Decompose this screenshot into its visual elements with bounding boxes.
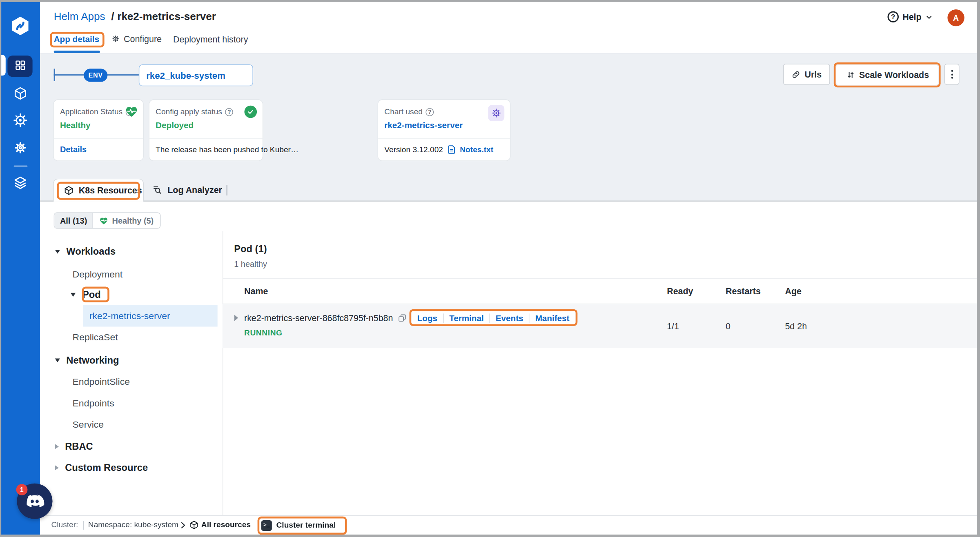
- chevron-down-icon: [925, 13, 933, 21]
- frame-top: [0, 0, 980, 2]
- filter-healthy[interactable]: Healthy (5): [94, 213, 160, 228]
- resource-tabbar-line: [40, 200, 977, 201]
- column-header-restarts: Restarts: [726, 279, 761, 304]
- frame-left: [0, 0, 1, 537]
- frame-right: [977, 0, 980, 537]
- question-icon[interactable]: ?: [225, 108, 233, 116]
- scale-arrows-icon: [845, 70, 855, 80]
- caret-down-icon: [71, 293, 76, 297]
- copy-icon[interactable]: [397, 313, 407, 323]
- expand-caret-icon[interactable]: [234, 315, 238, 321]
- kebab-icon: [951, 70, 953, 78]
- manifest-action[interactable]: Manifest: [529, 314, 575, 323]
- tab-k8s-resources[interactable]: K8s Resources: [53, 179, 144, 202]
- scale-workloads-button[interactable]: Scale Workloads: [836, 64, 938, 84]
- namespace-label[interactable]: Namespace: kube-system: [88, 520, 178, 529]
- resources-panel: [40, 201, 977, 515]
- grid-icon: [14, 59, 26, 73]
- sidebar-item-apps[interactable]: [7, 55, 32, 77]
- sidebar: [1, 2, 40, 535]
- tree-group-pod[interactable]: Pod: [71, 289, 101, 301]
- tree-group-networking[interactable]: Networking: [55, 355, 119, 366]
- config-status-value: Deployed: [156, 120, 194, 130]
- terminal-action[interactable]: Terminal: [443, 314, 490, 323]
- details-link[interactable]: Details: [60, 145, 87, 154]
- caret-right-icon: [55, 465, 59, 470]
- env-selector-value: rke2_kube-system: [139, 70, 225, 80]
- avatar[interactable]: A: [947, 9, 964, 26]
- table-row[interactable]: rke2-metrics-server-868fc8795f-n5b8n Log…: [223, 304, 977, 348]
- tree-item-endpoints[interactable]: Endpoints: [73, 398, 114, 408]
- helm-chart-icon[interactable]: [488, 105, 504, 121]
- caret-down-icon: [55, 250, 60, 253]
- env-badge: ENV: [84, 69, 107, 82]
- table-subtitle: 1 healthy: [234, 259, 267, 268]
- tree-item-endpointslice[interactable]: EndpointSlice: [73, 376, 130, 386]
- config-status-message: The release has been pushed to Kuber…: [156, 145, 298, 154]
- health-filter-group: All (13) Healthy (5): [54, 212, 160, 229]
- breadcrumb-separator: /: [108, 11, 118, 22]
- tree-group-workloads[interactable]: Workloads: [55, 246, 116, 257]
- tree-table-divider: [222, 231, 223, 515]
- caret-down-icon: [55, 359, 60, 362]
- tabbar-divider: [226, 185, 227, 195]
- tab-log-analyzer[interactable]: Log Analyzer: [152, 182, 222, 198]
- logs-action[interactable]: Logs: [412, 314, 443, 323]
- cube-icon: [64, 186, 74, 195]
- document-icon: [448, 145, 456, 154]
- devtron-logo[interactable]: [10, 16, 31, 36]
- cube-icon: [189, 520, 199, 530]
- discord-icon: [24, 493, 44, 509]
- gear-icon: [111, 34, 120, 43]
- chart-version: Version 3.12.002: [384, 145, 443, 154]
- table-section-divider: [223, 278, 977, 279]
- tree-item-pod-instance[interactable]: rke2-metrics-server: [83, 305, 218, 326]
- column-header-name: Name: [244, 279, 268, 304]
- header-bar: [1, 2, 977, 53]
- bottombar-divider: [83, 521, 84, 530]
- chart-name-link[interactable]: rke2-metrics-server: [384, 120, 463, 130]
- events-action[interactable]: Events: [489, 314, 529, 323]
- urls-button[interactable]: Urls: [783, 64, 830, 85]
- card-application-status: Application Status? Healthy Details: [53, 99, 144, 161]
- sidebar-item-resources[interactable]: [13, 86, 27, 100]
- cube-icon: [13, 92, 27, 102]
- card-title: Config apply status: [156, 107, 222, 116]
- all-resources-link[interactable]: All resources: [201, 520, 251, 529]
- sidebar-item-helm[interactable]: [13, 113, 28, 128]
- help-button[interactable]: ? Help: [887, 10, 933, 24]
- column-header-age: Age: [785, 279, 801, 304]
- breadcrumb-section-link[interactable]: Helm Apps: [54, 11, 105, 22]
- filter-all[interactable]: All (13): [54, 213, 93, 228]
- panel-handle-notch[interactable]: [1, 55, 6, 76]
- sidebar-divider: [14, 166, 28, 167]
- breadcrumb: Helm Apps /rke2-metrics-server: [54, 11, 216, 26]
- cluster-terminal-button[interactable]: >_ Cluster terminal: [261, 518, 336, 533]
- tree-group-rbac[interactable]: RBAC: [55, 441, 93, 453]
- tab-configure[interactable]: Configure: [111, 33, 162, 45]
- sidebar-item-stacks[interactable]: [13, 175, 28, 191]
- pod-status-badge: RUNNING: [244, 328, 283, 337]
- pod-ready-value: 1/1: [667, 304, 679, 348]
- notification-badge: 1: [16, 484, 27, 495]
- heart-pulse-icon: [125, 106, 138, 118]
- question-icon[interactable]: ?: [426, 108, 434, 116]
- heart-pulse-icon: [100, 216, 108, 224]
- tree-item-service[interactable]: Service: [73, 419, 104, 430]
- more-actions-button[interactable]: [944, 64, 960, 85]
- notes-link[interactable]: Notes.txt: [460, 145, 493, 154]
- card-chart-used: Chart used? rke2-metrics-server Version …: [377, 99, 510, 161]
- table-title: Pod (1): [234, 244, 267, 255]
- layers-icon: [13, 182, 28, 192]
- sidebar-item-settings[interactable]: [13, 140, 28, 155]
- card-title: Chart used: [384, 107, 423, 116]
- tree-item-deployment[interactable]: Deployment: [73, 268, 123, 279]
- caret-right-icon: [55, 444, 59, 449]
- tab-app-details[interactable]: App details: [54, 34, 99, 44]
- tree-item-replicaset[interactable]: ReplicaSet: [73, 332, 118, 342]
- gear-icon: [13, 147, 28, 158]
- tree-group-custom-resource[interactable]: Custom Resource: [55, 462, 148, 474]
- screenshot-frame: Helm Apps /rke2-metrics-server App detai…: [0, 0, 980, 537]
- env-selector[interactable]: rke2_kube-system: [139, 64, 253, 87]
- tab-deployment-history[interactable]: Deployment history: [173, 34, 248, 44]
